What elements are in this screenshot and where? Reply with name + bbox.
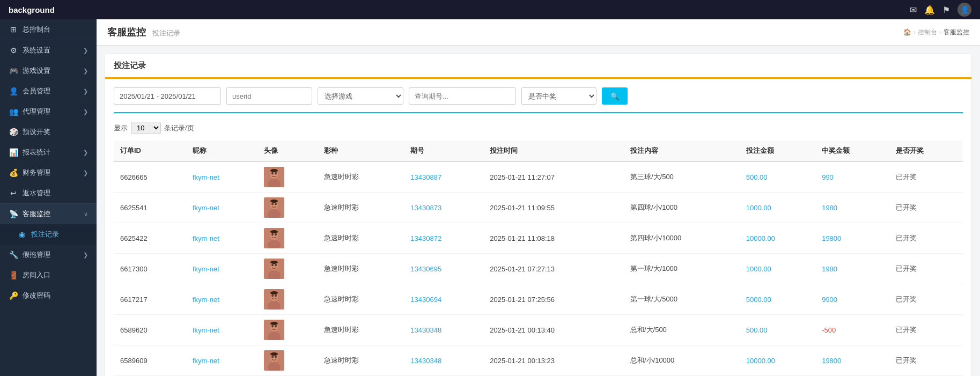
cell-order-id: 6617217 [114,284,186,315]
cell-won-amount: 19800 [815,345,889,376]
cell-period: 13430348 [404,315,483,345]
sidebar-item-finance-mgmt[interactable]: 💰 财务管理 ❯ [0,163,97,183]
sidebar-item-game-settings[interactable]: 🎮 游戏设置 ❯ [0,61,97,81]
avatar-svg [264,259,284,279]
col-bet-time: 投注时间 [483,141,624,161]
cell-nickname: fkym-net [186,161,257,193]
breadcrumb-item-1[interactable]: 控制台 [918,28,937,37]
won-amount-value: 19800 [822,234,841,242]
nickname-link[interactable]: fkym-net [193,296,219,304]
svg-point-33 [271,325,274,328]
cell-nickname: fkym-net [186,254,257,284]
nickname-link[interactable]: fkym-net [193,173,219,181]
sidebar-item-bet-records[interactable]: ◉ 投注记录 [0,224,97,245]
avatar-svg [264,289,284,309]
cell-nickname: fkym-net [186,193,257,223]
email-icon[interactable]: ✉ [910,5,917,15]
sidebar-item-rebate-mgmt[interactable]: ↩ 返水管理 [0,183,97,203]
cell-bet-time: 2025-01-21 11:08:18 [483,223,624,254]
nickname-link[interactable]: fkym-net [193,326,219,334]
game-settings-icon: 🎮 [9,67,18,75]
page-header-left: 客服监控 投注记录 [107,26,180,39]
nickname-link[interactable]: fkym-net [193,265,219,273]
game-select[interactable]: 选择游戏 急速时时彩 [318,87,403,105]
svg-point-10 [275,203,277,205]
svg-point-27 [271,294,274,297]
period-link[interactable]: 13430873 [410,204,441,212]
won-amount-value: -500 [822,326,836,334]
svg-point-21 [271,264,274,267]
col-bet-amount: 投注金额 [740,141,815,161]
search-button[interactable]: 🔍 [602,87,628,105]
cell-order-id: 6625541 [114,193,186,223]
sidebar-item-pre-open[interactable]: 🎲 预设开奖 [0,122,97,142]
sidebar-item-room-entry[interactable]: 🚪 房间入口 [0,265,97,285]
period-link[interactable]: 13430348 [410,326,441,334]
cell-won-amount: 990 [815,161,889,193]
period-link[interactable]: 13430694 [410,296,441,304]
cell-order-id: 6626665 [114,161,186,193]
avatar-svg [264,167,284,187]
nickname-link[interactable]: fkym-net [193,357,219,365]
avatar [264,289,284,309]
date-range-input[interactable] [114,87,221,105]
table-row: 6625422 fkym-net [114,223,963,254]
cell-period: 13430348 [404,345,483,376]
sidebar-item-agent-mgmt[interactable]: 👥 代理管理 ❯ [0,101,97,122]
bell-icon[interactable]: 🔔 [924,5,935,15]
cell-avatar [257,254,318,284]
chevron-right-icon: ❯ [83,88,88,95]
svg-rect-5 [270,169,278,172]
sidebar-item-slipper-mgmt[interactable]: 🔧 假拖管理 ❯ [0,245,97,265]
sidebar-item-report-stats[interactable]: 📊 报表统计 ❯ [0,142,97,163]
won-select[interactable]: 是否中奖 已中奖 未中奖 [521,87,596,105]
avatar-face [264,350,284,371]
svg-point-34 [275,325,277,328]
system-settings-icon: ⚙ [9,46,18,55]
sidebar-item-label: 会员管理 [23,86,50,96]
sidebar-item-dashboard[interactable]: ⊞ 总控制台 [0,19,97,40]
cell-bet-amount: 5000.00 [740,284,815,315]
period-link[interactable]: 13430695 [410,265,441,273]
cell-bet-content: 第四球/小/1000 [624,193,740,223]
sidebar-item-label: 客服监控 [23,209,50,219]
svg-rect-23 [270,261,278,264]
page-subtitle: 投注记录 [152,29,180,37]
sidebar-item-label: 报表统计 [23,148,50,157]
period-link[interactable]: 13430872 [410,234,441,242]
sidebar-item-cs-monitor[interactable]: 📡 客服监控 ∨ [0,204,97,224]
sidebar-item-change-pwd[interactable]: 🔑 修改密码 [0,285,97,306]
cell-bet-time: 2025-01-21 00:13:40 [483,315,624,345]
svg-point-28 [275,294,277,297]
open-status: 已开奖 [896,203,917,211]
sidebar-item-label: 投注记录 [31,230,59,239]
sidebar-item-label: 假拖管理 [23,250,50,260]
sidebar-item-system-settings[interactable]: ⚙ 系统设置 ❯ [0,40,97,61]
per-page-select[interactable]: 5 10 20 50 100 [131,122,161,134]
userid-input[interactable] [226,87,312,105]
chevron-right-icon: ❯ [83,252,88,259]
sidebar-item-label: 返水管理 [23,188,50,198]
nickname-link[interactable]: fkym-net [193,234,219,242]
user-avatar-icon[interactable]: 👤 [957,3,971,17]
sidebar-item-member-mgmt[interactable]: 👤 会员管理 ❯ [0,81,97,101]
svg-rect-11 [270,200,278,203]
cell-won-amount: 9900 [815,284,889,315]
won-amount-value: 9900 [822,296,837,304]
report-icon: 📊 [9,148,18,157]
nickname-link[interactable]: fkym-net [193,204,219,212]
slipper-icon: 🔧 [9,250,18,259]
period-link[interactable]: 13430348 [410,357,441,365]
period-link[interactable]: 13430887 [410,173,441,181]
open-status: 已开奖 [896,295,917,303]
per-page-label: 显示 [114,123,128,133]
flag-icon[interactable]: ⚑ [942,5,950,15]
open-status: 已开奖 [896,264,917,272]
avatar-face [264,289,284,309]
cell-avatar [257,315,318,345]
breadcrumb-item-0[interactable]: 🏠 [903,28,911,36]
period-input[interactable] [409,87,516,105]
cell-game-type: 急速时时彩 [318,284,404,315]
bet-records-icon: ◉ [17,230,27,239]
col-game-type: 彩种 [318,141,404,161]
